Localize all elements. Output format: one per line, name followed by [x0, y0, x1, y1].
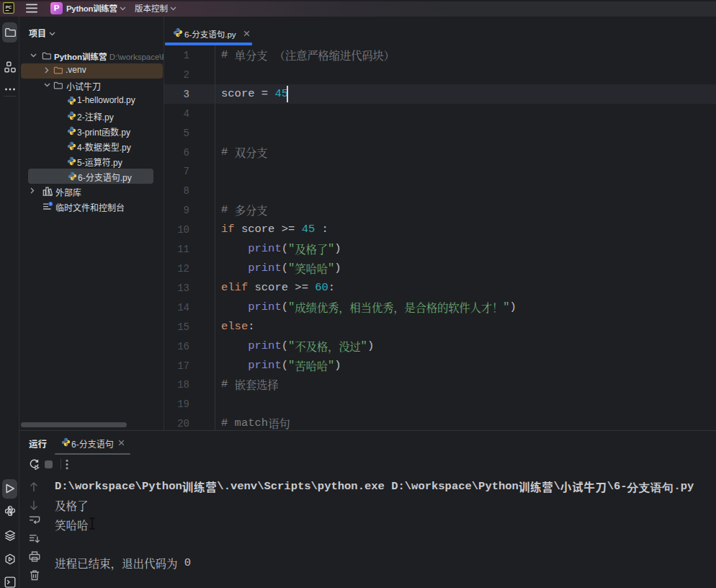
svg-text:P: P	[54, 4, 60, 12]
svg-text:PC: PC	[6, 5, 12, 9]
